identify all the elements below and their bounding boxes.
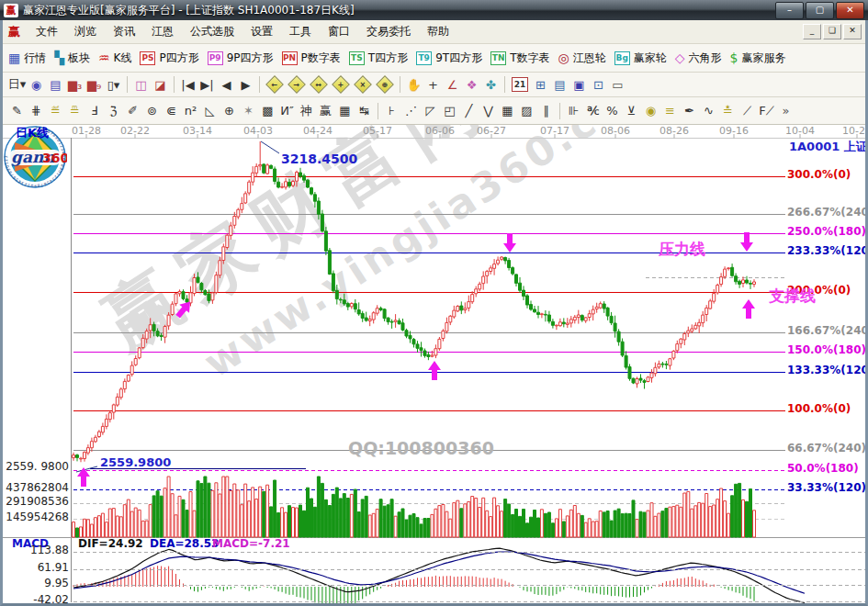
gann-expand-diamond-button[interactable]: ↔	[310, 75, 328, 94]
close-button[interactable]: ✕	[836, 2, 864, 19]
level-lines-tool[interactable]: ⊪	[564, 102, 583, 120]
trend-line-tool[interactable]: ╱	[459, 102, 479, 120]
last-bar-button[interactable]: ▶|	[197, 75, 217, 94]
wave-tool[interactable]: ∿	[699, 102, 718, 120]
gold-circle-tool[interactable]: ◉	[641, 102, 660, 120]
menu-2[interactable]: 浏览	[66, 21, 105, 42]
t-number-table-button[interactable]: TNT数字表	[490, 50, 549, 66]
gann-cross-diamond-button[interactable]: +	[332, 75, 350, 94]
next-bar-button[interactable]: ▶	[236, 75, 255, 94]
box-grid-tool[interactable]: ◰	[440, 102, 459, 120]
menu-7[interactable]: 工具	[281, 21, 320, 42]
menu-10[interactable]: 帮助	[419, 21, 457, 42]
menu-3[interactable]: 资讯	[105, 21, 143, 42]
quotes-button[interactable]: ▦行情	[8, 50, 46, 66]
pen-tool[interactable]: ✐	[123, 102, 142, 120]
chart-3-button[interactable]: ▆₃	[65, 75, 85, 94]
gann-left-diamond-button[interactable]: ←	[265, 75, 284, 94]
spiral-chart-button[interactable]: ◉	[27, 75, 46, 94]
prev-bar-button[interactable]: ◀	[217, 75, 236, 94]
winner-wheel-button[interactable]: Bg赢家轮	[614, 50, 667, 66]
span-measure-tool[interactable]: ↹	[355, 102, 374, 120]
compass-tool[interactable]: ⊚	[142, 102, 162, 120]
tick-ruler-tool[interactable]: ⋕	[27, 102, 46, 120]
candle-style-dropdown[interactable]: ▯▾	[104, 75, 123, 94]
shen-tool[interactable]: 神	[297, 102, 316, 120]
gold-grid-tool-1[interactable]: ≝	[46, 102, 65, 120]
chart-9-button[interactable]: ▆₉	[85, 75, 104, 94]
menu-6[interactable]: 设置	[242, 21, 281, 42]
web-grid-tool[interactable]: ▩	[258, 102, 277, 120]
more-tools-button[interactable]: »	[776, 102, 795, 120]
percent-tool[interactable]: %	[603, 102, 622, 120]
percent-line-tool[interactable]: ℀	[583, 102, 603, 120]
export-button[interactable]: ⊡	[589, 75, 608, 94]
ink-brush-tool[interactable]: ✒	[680, 102, 699, 120]
brush-tool[interactable]: ✎	[7, 102, 27, 120]
menu-5[interactable]: 公式选股	[182, 21, 242, 42]
kline-button[interactable]: ♒K线	[98, 50, 131, 66]
drag-hand-button[interactable]: ✋	[404, 75, 423, 94]
number-grid-tool[interactable]: ▦	[335, 102, 355, 120]
p-number-table-button[interactable]: PNP数字表	[282, 50, 341, 66]
menu-4[interactable]: 江恩	[143, 21, 182, 42]
retrace-tool[interactable]: ⊻	[622, 102, 641, 120]
child-minimize-button[interactable]: _	[803, 24, 821, 39]
f-ruler-tool[interactable]: Ⅎ	[85, 102, 104, 120]
gold-lines-tool[interactable]: ≡	[660, 102, 680, 120]
gann-flower-button[interactable]: ❖	[462, 75, 481, 94]
period-day-dropdown[interactable]: 日▾	[7, 75, 27, 94]
9p-square-button[interactable]: P99P四方形	[208, 50, 274, 66]
calendar-button[interactable]: 21	[512, 77, 528, 92]
chart-area[interactable]: 赢家财富网 www.yingjia360.com 234567890123456…	[3, 125, 865, 603]
shade-grid-tool[interactable]: ▨	[517, 102, 536, 120]
angle-tool-button[interactable]: ∠	[443, 75, 462, 94]
child-restore-button[interactable]: ❏	[823, 24, 841, 39]
maximize-button[interactable]: ▢	[806, 2, 834, 19]
gann-wheel-button[interactable]: ◎江恩轮	[558, 50, 605, 66]
menu-8[interactable]: 窗口	[320, 21, 358, 42]
speed-line-tool[interactable]: ⟋	[738, 102, 757, 120]
minimize-button[interactable]: –	[775, 2, 804, 19]
gann-grid-button[interactable]: ◫	[131, 75, 151, 94]
gann-target-diamond-button[interactable]: ⊕	[376, 75, 394, 94]
gann-leaf-button[interactable]: ✤	[481, 75, 501, 94]
kline-chart-canvas[interactable]	[3, 125, 865, 603]
wave-mark-tool[interactable]: И″	[277, 102, 297, 120]
gold-segment-tool[interactable]: ≛	[718, 102, 738, 120]
gold-grid-tool-2[interactable]: ≞	[65, 102, 85, 120]
report-button[interactable]: ▤	[550, 75, 569, 94]
t-square-button[interactable]: TST四方形	[349, 50, 408, 66]
save-button[interactable]: ▣	[569, 75, 589, 94]
9t-square-button[interactable]: T99T四方形	[416, 50, 482, 66]
vee-line-tool[interactable]: ⋁	[479, 102, 498, 120]
sectors-button[interactable]: ▚板块	[54, 50, 90, 66]
matrix-table-button[interactable]: ⊞	[531, 75, 550, 94]
winner-service-button[interactable]: $赢家服务	[729, 50, 785, 66]
hexagon-button[interactable]: ◇六角形	[675, 50, 722, 66]
bow-tool[interactable]: ℨ	[104, 102, 123, 120]
fan-box-tool[interactable]: ◸	[421, 102, 440, 120]
ying-tool[interactable]: 赢	[316, 102, 335, 120]
info-panel-button[interactable]: ▤	[46, 75, 65, 94]
crosshair-button[interactable]: +	[423, 75, 443, 94]
fib-fan-tool[interactable]: F⟋	[757, 102, 776, 120]
gann-fan-tool[interactable]: ⋰	[401, 102, 421, 120]
price-grid-tool[interactable]: ▦	[498, 102, 517, 120]
arc-ruler-tool[interactable]: ⋐	[162, 102, 181, 120]
child-close-button[interactable]: ✕	[843, 24, 862, 39]
gann-right-diamond-button[interactable]: →	[287, 75, 306, 94]
menu-9[interactable]: 交易委托	[358, 21, 419, 42]
p-square-button[interactable]: PSP四方形	[140, 50, 198, 66]
angle-fan-tool[interactable]: ◺	[200, 102, 220, 120]
parallel-lines-tool[interactable]: ∥	[536, 102, 556, 120]
star-web-tool[interactable]: ✶	[239, 102, 258, 120]
menu-1[interactable]: 文件	[28, 21, 66, 42]
first-bar-button[interactable]: |◀	[178, 75, 197, 94]
print-button[interactable]: ▭	[608, 75, 627, 94]
color-histogram-button[interactable]: ◪	[151, 75, 170, 94]
rect-measure-tool[interactable]: ⊦	[382, 102, 401, 120]
n-square-tool[interactable]: n²	[181, 102, 200, 120]
gann-x-diamond-button[interactable]: ×	[354, 75, 372, 94]
target-circle-tool[interactable]: ⊕	[220, 102, 239, 120]
